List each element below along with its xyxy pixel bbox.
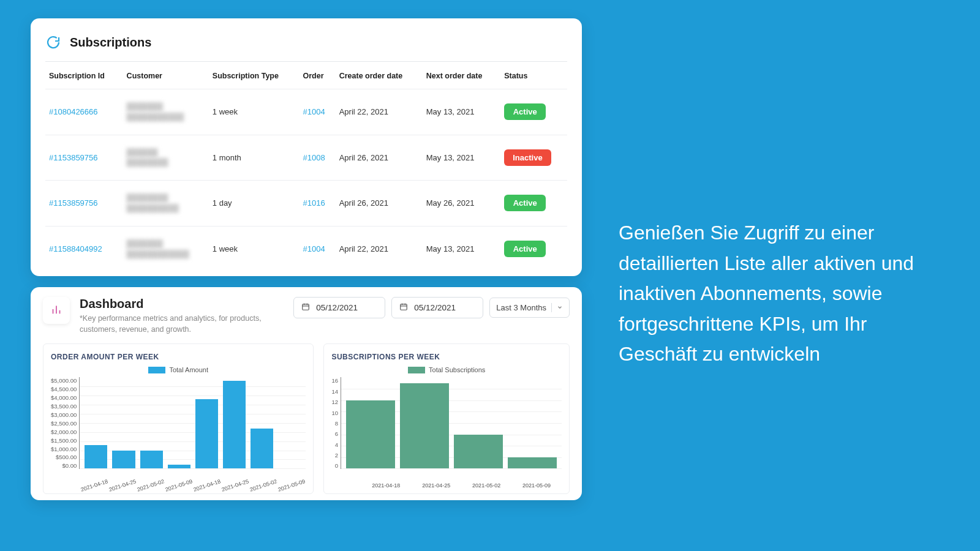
- chart-legend: Total Amount: [51, 366, 306, 373]
- col-customer: Customer: [123, 62, 209, 89]
- bar: [508, 457, 557, 469]
- status-badge: Active: [504, 195, 546, 211]
- svg-rect-7: [401, 304, 407, 310]
- date-from-value: 05/12/2021: [316, 303, 358, 312]
- subscriptions-header: Subscriptions: [45, 31, 567, 62]
- y-tick: $4,000.00: [51, 394, 77, 401]
- y-tick: 10: [331, 410, 338, 416]
- create-date: April 26, 2021: [336, 135, 423, 181]
- y-tick: $2,000.00: [51, 429, 77, 435]
- next-date: May 13, 2021: [423, 226, 501, 271]
- y-tick: 0: [331, 462, 338, 469]
- subscription-id-link[interactable]: #11588404992: [49, 244, 102, 253]
- next-date: May 13, 2021: [423, 89, 501, 135]
- y-tick: 2: [331, 452, 338, 459]
- subscriptions-title: Subscriptions: [70, 36, 151, 50]
- date-from-input[interactable]: 05/12/2021: [293, 297, 385, 318]
- range-select[interactable]: Last 3 Months: [489, 298, 570, 318]
- bar-chart-icon: [50, 302, 63, 318]
- refresh-icon[interactable]: [45, 34, 61, 50]
- dashboard-title: Dashboard: [80, 297, 284, 311]
- y-tick: $1,000.00: [51, 446, 77, 452]
- date-to-value: 05/12/2021: [414, 303, 456, 312]
- table-row: #1153859756██████████████1 month#1008Apr…: [45, 135, 567, 181]
- y-axis: $5,000.00$4,500.00$4,000.00$3,500.00$3,0…: [51, 377, 79, 469]
- subscriptions-table: Subscription Id Customer Subscription Ty…: [45, 62, 567, 271]
- subscription-id-link[interactable]: #1153859756: [49, 153, 98, 162]
- subscription-type: 1 day: [209, 181, 300, 227]
- customer-email: ███████████: [127, 112, 205, 122]
- order-link[interactable]: #1008: [303, 153, 325, 162]
- dashboard-controls: 05/12/2021 05/12/2021 Last 3 Months: [293, 297, 570, 318]
- order-link[interactable]: #1004: [303, 244, 325, 253]
- subscription-id-link[interactable]: #1080426666: [49, 107, 98, 116]
- customer-email: ██████████: [127, 203, 205, 214]
- dashboard-icon-wrap: [43, 297, 70, 324]
- dashboard-card: Dashboard *Key performance metrics and a…: [31, 287, 582, 500]
- bar: [346, 400, 395, 469]
- subscriptions-card: Subscriptions Subscription Id Customer S…: [31, 18, 582, 276]
- y-tick: $5,000.00: [51, 377, 77, 384]
- y-tick: $4,500.00: [51, 386, 77, 392]
- subscription-id-link[interactable]: #1153859756: [49, 198, 98, 208]
- chart-legend: Total Subscriptions: [331, 366, 562, 373]
- dashboard-subtitle: *Key performance metrics and analytics, …: [80, 313, 284, 335]
- bar: [400, 383, 449, 469]
- bar: [223, 381, 246, 468]
- range-label: Last 3 Months: [496, 303, 546, 312]
- bar: [251, 429, 273, 469]
- col-status: Status: [500, 62, 567, 89]
- status-badge: Active: [504, 241, 546, 257]
- y-tick: 6: [331, 430, 338, 437]
- subscription-type: 1 week: [209, 226, 300, 271]
- next-date: May 26, 2021: [423, 181, 501, 227]
- order-link[interactable]: #1016: [303, 198, 325, 208]
- chart-title: ORDER AMOUNT PER WEEK: [51, 353, 306, 361]
- x-tick: 2021-04-18: [361, 482, 411, 489]
- y-tick: 8: [331, 420, 338, 427]
- dashboard-header: Dashboard *Key performance metrics and a…: [43, 297, 570, 343]
- x-tick: 2021-05-02: [461, 482, 511, 489]
- customer-email: ████████: [127, 157, 205, 168]
- legend-swatch: [148, 367, 165, 373]
- y-tick: 14: [331, 388, 338, 395]
- col-order: Order: [300, 62, 336, 89]
- promo-column: Genießen Sie Zugriff zu einer detaillier…: [619, 18, 949, 533]
- bar: [454, 435, 503, 469]
- bar: [140, 451, 163, 469]
- date-to-input[interactable]: 05/12/2021: [391, 297, 483, 318]
- customer-name: ███████: [127, 239, 205, 249]
- x-axis: 2021-04-182021-04-252021-05-022021-05-09…: [51, 481, 306, 489]
- legend-label: Total Amount: [169, 366, 208, 373]
- col-next-date: Next order date: [423, 62, 501, 89]
- calendar-icon: [399, 302, 408, 313]
- customer-name: ██████: [127, 148, 205, 158]
- y-axis: 1614121086420: [331, 377, 341, 469]
- next-date: May 13, 2021: [423, 135, 501, 181]
- create-date: April 26, 2021: [336, 181, 423, 227]
- create-date: April 22, 2021: [336, 226, 423, 271]
- subscription-type: 1 week: [209, 89, 300, 135]
- plot-area: [79, 377, 306, 469]
- chart-order-amount: ORDER AMOUNT PER WEEK Total Amount $5,00…: [43, 343, 314, 494]
- y-tick: $3,500.00: [51, 403, 77, 410]
- table-row: #11588404992███████████████████1 week#10…: [45, 226, 567, 271]
- x-tick: 2021-05-09: [511, 482, 562, 489]
- legend-label: Total Subscriptions: [429, 366, 485, 373]
- calendar-icon: [301, 302, 310, 313]
- plot-area: [341, 377, 562, 469]
- svg-rect-3: [303, 304, 309, 310]
- bar: [85, 445, 107, 469]
- status-badge: Inactive: [504, 149, 551, 166]
- y-tick: 12: [331, 399, 338, 405]
- status-badge: Active: [504, 103, 546, 120]
- bar: [195, 399, 218, 468]
- order-link[interactable]: #1004: [303, 107, 325, 116]
- chevron-down-icon: [551, 303, 563, 312]
- customer-name: ████████: [127, 193, 205, 203]
- charts-row: ORDER AMOUNT PER WEEK Total Amount $5,00…: [43, 343, 570, 494]
- customer-name: ███████: [127, 102, 205, 112]
- bar: [168, 465, 190, 468]
- col-type: Subscription Type: [209, 62, 300, 89]
- y-tick: $2,500.00: [51, 420, 77, 427]
